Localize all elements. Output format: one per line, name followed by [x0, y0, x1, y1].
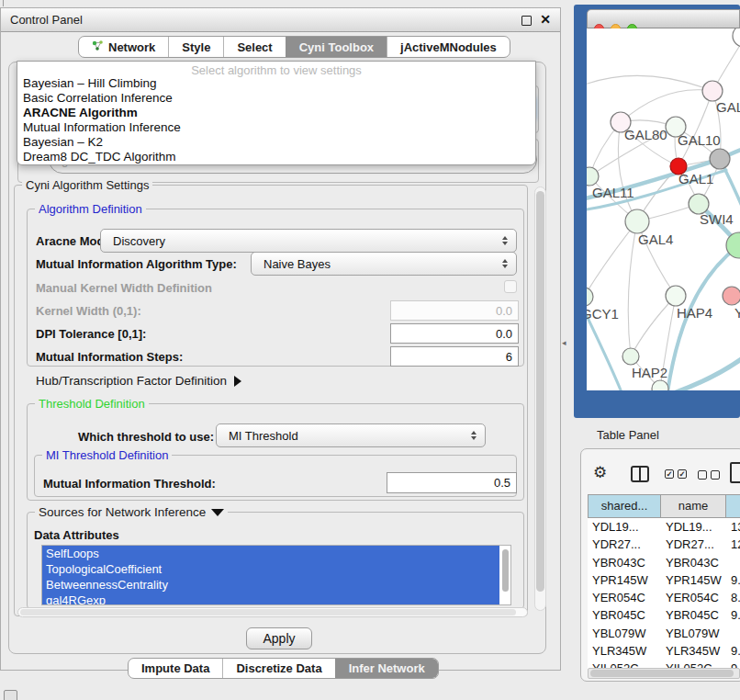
mi-steps-label: Mutual Information Steps:	[36, 350, 183, 364]
scrollbar-thumb[interactable]	[590, 670, 734, 677]
table-row[interactable]: YPR145WYPR145W9.	[588, 573, 740, 591]
dropdown-item-dream8-dc-tdc-algorithm[interactable]: Dream8 DC_TDC Algorithm	[17, 150, 535, 164]
table-cell: 8.	[726, 591, 740, 608]
table-cell: 9.	[726, 573, 740, 591]
settings-group-title: Cyni Algorithm Settings	[22, 178, 152, 192]
which-threshold-label: Which threshold to use:	[78, 430, 214, 444]
column-header-a[interactable]: A	[726, 494, 740, 518]
float-window-icon[interactable]	[521, 16, 532, 26]
mi-algorithm-type-value: Naive Bayes	[263, 257, 331, 271]
bottom-tab-infer-network[interactable]: Infer Network	[335, 659, 438, 678]
application-root: Control Panel ✕ NetworkStyleSelectCyni T…	[0, 0, 740, 700]
splitter-handle-icon[interactable]: ◂	[562, 338, 566, 347]
list-item-selfloops[interactable]: SelfLoops	[42, 546, 499, 561]
table-row[interactable]: YLR345WYLR345W9.	[588, 644, 740, 661]
tab-style[interactable]: Style	[168, 37, 223, 57]
list-scrollbar-thumb[interactable]	[502, 549, 509, 592]
network-icon	[92, 40, 104, 54]
dropdown-item-basic-correlation-inference[interactable]: Basic Correlation Inference	[17, 91, 535, 106]
bottom-tab-impute-data[interactable]: Impute Data	[129, 659, 222, 678]
panel-corner-icon[interactable]	[4, 690, 17, 700]
table-cell: YER054C	[661, 591, 726, 608]
table-cell: YDL19...	[661, 520, 726, 537]
tab-network[interactable]: Network	[79, 37, 168, 57]
mi-threshold-field[interactable]	[387, 472, 517, 493]
table-row[interactable]: YBR045CYBR045C9.	[588, 608, 740, 626]
network-window-titlebar[interactable]	[587, 9, 740, 28]
dropdown-item-bayesian-hill-climbing[interactable]: Bayesian – Hill Climbing	[17, 76, 535, 91]
table-horizontal-scrollbar[interactable]	[588, 668, 740, 679]
network-node-hap4[interactable]	[666, 286, 686, 306]
table-row[interactable]: YDL19...YDL19...13	[588, 520, 740, 537]
algorithm-dropdown-popup: Select algorithm to view settings Bayesi…	[17, 61, 536, 165]
tab-select[interactable]: Select	[223, 37, 285, 57]
list-item-gal4rgexp[interactable]: gal4RGexp	[42, 593, 499, 605]
network-node[interactable]	[733, 28, 740, 47]
network-node[interactable]	[710, 149, 730, 169]
checked-box-icon: ✓	[665, 469, 674, 479]
dpi-tolerance-field[interactable]	[390, 323, 519, 344]
table-row[interactable]: YBL079WYBL079W	[588, 627, 740, 644]
aracne-mode-value: Discovery	[113, 234, 165, 248]
table-cell: 9.	[726, 608, 740, 626]
sources-group-title[interactable]: Sources for Network Inference	[35, 505, 228, 519]
bottom-tab-discretize-data[interactable]: Discretize Data	[222, 659, 334, 678]
network-node-gal4[interactable]	[625, 209, 649, 233]
tab-cyni-toolbox[interactable]: Cyni Toolbox	[286, 37, 387, 57]
scrollbar-thumb[interactable]	[536, 191, 544, 592]
select-all-checks-icon[interactable]: ✓ ✓	[665, 469, 687, 479]
control-panel-title: Control Panel	[10, 8, 83, 31]
tab-label: jActiveMNodules	[400, 40, 497, 54]
aracne-mode-combobox[interactable]: Discovery	[100, 229, 517, 253]
mi-steps-field[interactable]	[390, 346, 519, 367]
list-item-topologicalcoefficient[interactable]: TopologicalCoefficient	[42, 561, 499, 577]
gear-icon[interactable]: ⚙	[593, 463, 607, 482]
kernel-width-field[interactable]	[390, 300, 519, 321]
network-node-hap2[interactable]	[622, 348, 639, 365]
tab-jactivemnodules[interactable]: jActiveMNodules	[387, 37, 510, 57]
network-node-gcy1[interactable]	[587, 288, 593, 306]
settings-vertical-scrollbar[interactable]	[534, 186, 546, 611]
mi-algorithm-type-combobox[interactable]: Naive Bayes	[251, 252, 517, 276]
network-node-gal11[interactable]	[587, 167, 599, 186]
network-node-y[interactable]	[723, 287, 740, 305]
dropdown-item-bayesian-k2[interactable]: Bayesian – K2	[17, 135, 535, 150]
table-cell: YLR345W	[661, 644, 726, 661]
settings-horizontal-scrollbar[interactable]	[17, 607, 528, 617]
which-threshold-combobox[interactable]: MI Threshold	[216, 423, 486, 447]
dropdown-item-mutual-information-inference[interactable]: Mutual Information Inference	[17, 120, 535, 135]
table-cell: YDL19...	[588, 520, 661, 537]
data-attributes-list[interactable]: SelfLoopsTopologicalCoefficientBetweenne…	[41, 545, 511, 605]
dropdown-item-aracne-algorithm[interactable]: ARACNE Algorithm	[17, 106, 535, 120]
algorithm-dropdown-list: Bayesian – Hill ClimbingBasic Correlatio…	[17, 76, 535, 164]
scrollbar-thumb[interactable]	[20, 609, 516, 615]
collapse-down-icon[interactable]	[211, 509, 224, 516]
network-node[interactable]	[652, 380, 668, 390]
close-icon[interactable]: ✕	[540, 12, 551, 27]
expand-right-icon[interactable]	[234, 376, 241, 387]
apply-button[interactable]: Apply	[246, 627, 312, 649]
network-edge	[621, 90, 712, 122]
tab-bar: NetworkStyleSelectCyni ToolboxjActiveMNo…	[78, 36, 510, 58]
column-header-shared[interactable]: shared...	[588, 494, 661, 518]
manual-kernel-width-checkbox[interactable]	[504, 280, 517, 293]
table-row[interactable]: YER054CYER054C8.	[588, 591, 740, 608]
columns-icon[interactable]	[631, 466, 649, 482]
table-cell: YBL079W	[588, 627, 661, 644]
table-row[interactable]: YBR043CYBR043C	[588, 556, 740, 573]
table-header-row: shared...nameA	[588, 494, 740, 518]
table-body[interactable]: YDL19...YDL19...13YDR27...YDR27...12YBR0…	[588, 520, 740, 668]
clear-all-checks-icon[interactable]	[698, 470, 720, 480]
network-node-gal[interactable]	[702, 81, 723, 101]
table-row[interactable]: YDR27...YDR27...12	[588, 537, 740, 555]
node-label: GCY1	[587, 306, 619, 322]
tab-label: Cyni Toolbox	[299, 40, 374, 54]
list-item-betweennesscentrality[interactable]: BetweennessCentrality	[42, 577, 499, 593]
manual-kernel-width-label: Manual Kernel Width Definition	[36, 281, 212, 295]
column-header-name[interactable]: name	[661, 494, 726, 518]
table-row[interactable]: YIL052CYIL052C9	[588, 661, 740, 668]
tab-label: Style	[182, 40, 210, 54]
file-icon[interactable]	[730, 462, 740, 483]
hub-definition-row[interactable]: Hub/Transcription Factor Definition	[36, 374, 241, 388]
network-canvas[interactable]: GALGAL80GAL10GAL1GAL11SWI4GAL4GCY1HAP4YH…	[587, 28, 740, 390]
